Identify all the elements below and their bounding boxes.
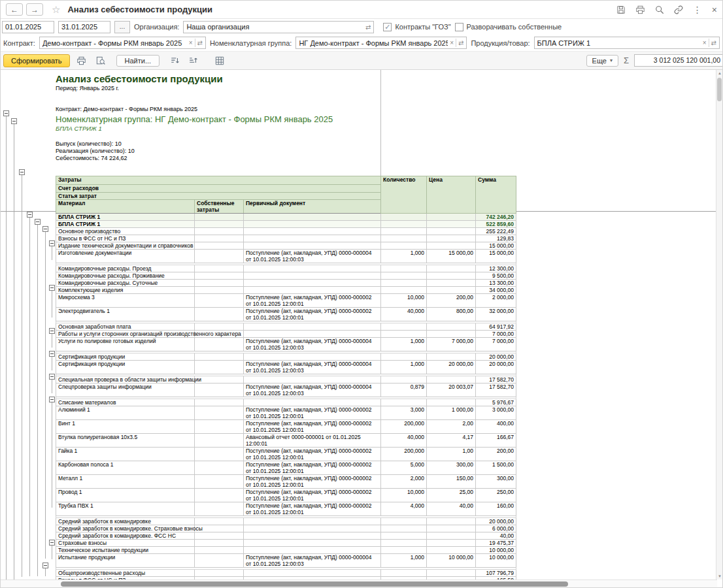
row-name[interactable]: Командировочные расходы. Суточные: [56, 280, 195, 287]
row-own-costs[interactable]: [195, 287, 244, 294]
group-collapse-toggle[interactable]: [49, 397, 55, 402]
row-qty[interactable]: 200,000: [381, 448, 427, 461]
vertical-scrollbar[interactable]: ▲ ▼: [716, 70, 722, 580]
row-name[interactable]: Микросхема 3: [56, 294, 195, 308]
row-own-costs[interactable]: [195, 242, 244, 250]
row-document[interactable]: Поступление (акт, накладная, УПД) 0000-0…: [244, 384, 381, 397]
row-document[interactable]: [244, 353, 381, 361]
row-document[interactable]: Поступление (акт, накладная, УПД) 0000-0…: [244, 489, 381, 502]
row-own-costs[interactable]: [195, 272, 244, 280]
row-sum[interactable]: 32 000,00: [476, 308, 516, 321]
row-sum[interactable]: 3 000,00: [476, 406, 516, 420]
column-header-material[interactable]: Материал: [56, 200, 195, 214]
row-document[interactable]: Поступление (акт, накладная, УПД) 0000-0…: [244, 554, 381, 568]
row-document[interactable]: Авансовый отчет 0000-000001 от 01.01.202…: [244, 434, 381, 448]
row-document[interactable]: Поступление (акт, накладная, УПД) 0000-0…: [244, 338, 381, 351]
row-qty[interactable]: [381, 214, 427, 221]
column-header-amount[interactable]: Сумма: [476, 176, 516, 214]
row-own-costs[interactable]: [195, 294, 244, 308]
group-collapse-toggle[interactable]: [49, 328, 55, 334]
row-name[interactable]: Втулка полиуретановая 10x3.5: [56, 434, 195, 448]
collapse-groups-button[interactable]: [185, 54, 201, 68]
row-document[interactable]: [244, 532, 381, 540]
row-own-costs[interactable]: [195, 532, 244, 540]
row-document[interactable]: [244, 525, 381, 532]
row-qty[interactable]: 4,000: [381, 502, 427, 516]
row-document[interactable]: [244, 265, 381, 272]
column-header-costs[interactable]: Затраты: [56, 176, 381, 185]
group-collapse-toggle[interactable]: [27, 212, 33, 218]
group-collapse-toggle[interactable]: [11, 118, 17, 124]
row-qty[interactable]: 3,000: [381, 406, 427, 420]
row-name[interactable]: Алюминий 1: [56, 406, 195, 420]
scroll-up-icon[interactable]: ▲: [716, 71, 723, 75]
row-sum[interactable]: 522 859,60: [476, 221, 516, 228]
row-qty[interactable]: [381, 376, 427, 384]
row-document[interactable]: Поступление (акт, накладная, УПД) 0000-0…: [244, 475, 381, 489]
row-price[interactable]: [427, 235, 476, 242]
row-sum[interactable]: 34 000,00: [476, 287, 516, 294]
row-price[interactable]: [427, 547, 476, 554]
group-collapse-toggle[interactable]: [3, 110, 9, 116]
row-own-costs[interactable]: [195, 323, 244, 331]
row-own-costs[interactable]: [195, 518, 244, 525]
row-name[interactable]: Металл 1: [56, 475, 195, 489]
row-name[interactable]: Списание материалов: [56, 399, 195, 406]
row-sum[interactable]: 166,67: [476, 434, 516, 448]
row-document[interactable]: Поступление (акт, накладная, УПД) 0000-0…: [244, 361, 381, 374]
row-price[interactable]: [427, 540, 476, 547]
row-price[interactable]: [427, 228, 476, 235]
row-document[interactable]: [244, 518, 381, 525]
group-collapse-toggle[interactable]: [35, 219, 41, 225]
row-qty[interactable]: [381, 323, 427, 331]
row-price[interactable]: 1,00: [427, 448, 476, 461]
row-qty[interactable]: 200,000: [381, 420, 427, 434]
row-name[interactable]: Средний заработок в командировке. ФСС НС: [56, 532, 195, 540]
row-document[interactable]: [244, 376, 381, 384]
row-price[interactable]: [427, 280, 476, 287]
row-document[interactable]: Поступление (акт, накладная, УПД) 0000-0…: [244, 502, 381, 516]
row-name[interactable]: Командировочные расходы. Проживание: [56, 272, 195, 280]
row-document[interactable]: [244, 235, 381, 242]
toolbar-preview-button[interactable]: [93, 54, 109, 68]
row-sum[interactable]: 7 000,00: [476, 331, 516, 338]
row-price[interactable]: [427, 376, 476, 384]
row-sum[interactable]: 17 582,70: [476, 384, 516, 397]
forward-button[interactable]: →: [26, 3, 43, 16]
preview-button[interactable]: [655, 5, 664, 14]
row-qty[interactable]: 10,000: [381, 294, 427, 308]
row-price[interactable]: [427, 242, 476, 250]
settings-grid-button[interactable]: [211, 54, 227, 68]
row-sum[interactable]: 15 000,00: [476, 242, 516, 250]
row-own-costs[interactable]: [195, 228, 244, 235]
nomgroup-choose-icon[interactable]: ⇄: [456, 39, 465, 46]
row-name[interactable]: Электродвигатель 1: [56, 308, 195, 321]
row-own-costs[interactable]: [195, 361, 244, 374]
row-sum[interactable]: 2 000,00: [476, 294, 516, 308]
row-own-costs[interactable]: [195, 221, 244, 228]
row-sum[interactable]: 20 000,00: [476, 353, 516, 361]
row-document[interactable]: [244, 540, 381, 547]
row-name[interactable]: Сертификация продукции: [56, 353, 195, 361]
goz-checkbox[interactable]: ✓ Контракты "ГОЗ": [383, 23, 450, 31]
group-collapse-toggle[interactable]: [42, 563, 48, 568]
row-qty[interactable]: 1,000: [381, 250, 427, 263]
expand-groups-button[interactable]: [167, 54, 183, 68]
nomgroup-field[interactable]: НГ Демо-контракт - Формы РКМ январь 2025…: [295, 37, 467, 49]
row-price[interactable]: 40,00: [427, 502, 476, 516]
row-document[interactable]: [244, 242, 381, 250]
row-name[interactable]: Техническое испытание продукции: [56, 547, 195, 554]
row-own-costs[interactable]: [195, 489, 244, 502]
row-document[interactable]: [244, 570, 381, 577]
group-collapse-toggle[interactable]: [49, 374, 55, 380]
row-qty[interactable]: [381, 280, 427, 287]
contract-choose-icon[interactable]: ⇄: [195, 39, 205, 46]
row-qty[interactable]: 40,000: [381, 434, 427, 448]
row-name[interactable]: Услуги по полировке готовых изделий: [56, 338, 195, 351]
row-price[interactable]: [427, 323, 476, 331]
row-name[interactable]: Винт 1: [56, 420, 195, 434]
row-own-costs[interactable]: [195, 554, 244, 568]
row-name[interactable]: Спецпроверка защиты информации: [56, 384, 195, 397]
row-qty[interactable]: 40,000: [381, 308, 427, 321]
row-price[interactable]: [427, 272, 476, 280]
